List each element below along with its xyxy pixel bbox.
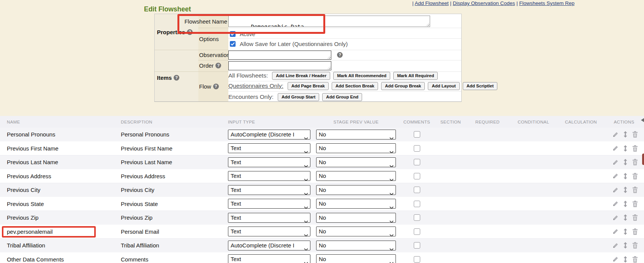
- move-updown-icon[interactable]: [623, 214, 627, 221]
- flowsheet-name-input[interactable]: Demographic Data: [228, 16, 430, 27]
- allow-save-checkbox-label: Allow Save for Later (Questionnaires Onl…: [240, 41, 348, 47]
- move-updown-icon[interactable]: [623, 173, 627, 179]
- link-add-flowsheet[interactable]: Add Flowsheet: [415, 0, 449, 6]
- move-updown-icon[interactable]: [623, 187, 627, 193]
- add-layout-button[interactable]: Add Layout: [428, 82, 459, 90]
- comments-checkbox[interactable]: [414, 145, 420, 152]
- stage-prev-value-select[interactable]: No: [316, 157, 396, 167]
- add-group-break-button[interactable]: Add Group Break: [381, 82, 425, 90]
- mark-all-required-button[interactable]: Mark All Required: [393, 72, 438, 80]
- stage-prev-value-select[interactable]: No: [316, 130, 396, 139]
- help-icon[interactable]: ?: [213, 84, 219, 89]
- active-checkbox[interactable]: [230, 31, 236, 37]
- edit-pencil-icon[interactable]: [612, 145, 619, 151]
- stage-prev-value-select[interactable]: No: [316, 185, 396, 195]
- comments-checkbox[interactable]: [414, 242, 420, 249]
- input-type-select[interactable]: Text: [228, 157, 310, 167]
- cell-actions: [604, 214, 644, 221]
- comments-checkbox[interactable]: [414, 173, 420, 179]
- cell-actions: [604, 187, 644, 193]
- delete-trash-icon[interactable]: [632, 187, 638, 193]
- edit-pencil-icon[interactable]: [612, 256, 619, 262]
- edit-pencil-icon[interactable]: [612, 201, 619, 207]
- add-line-break-header-button[interactable]: Add Line Break / Header: [272, 72, 330, 80]
- input-type-select[interactable]: Text: [228, 185, 310, 195]
- input-type-select[interactable]: AutoComplete (Discrete I: [228, 130, 310, 139]
- move-updown-icon[interactable]: [623, 256, 627, 263]
- edit-pencil-icon[interactable]: [612, 215, 619, 221]
- input-type-select[interactable]: AutoComplete (Discrete I: [228, 241, 310, 250]
- comments-checkbox[interactable]: [414, 228, 420, 235]
- move-updown-icon[interactable]: [623, 228, 627, 235]
- add-group-end-button[interactable]: Add Group End: [322, 93, 362, 101]
- delete-trash-icon[interactable]: [632, 131, 638, 138]
- delete-trash-icon[interactable]: [632, 242, 638, 249]
- move-updown-icon[interactable]: [623, 159, 627, 165]
- help-icon[interactable]: ?: [174, 75, 179, 81]
- link-flowsheets-system-rep[interactable]: Flowsheets System Rep: [519, 0, 574, 6]
- chevron-down-icon: [389, 175, 394, 181]
- add-page-break-button[interactable]: Add Page Break: [288, 82, 329, 90]
- stage-prev-value-select[interactable]: No: [316, 254, 396, 263]
- delete-trash-icon[interactable]: [632, 201, 638, 207]
- delete-trash-icon[interactable]: [632, 159, 638, 165]
- stage-prev-value-select[interactable]: No: [316, 199, 396, 209]
- input-type-select[interactable]: Text: [228, 171, 310, 181]
- move-updown-icon[interactable]: [623, 242, 627, 249]
- allow-save-checkbox[interactable]: [230, 41, 236, 47]
- delete-trash-icon[interactable]: [632, 214, 638, 221]
- stage-prev-value-select[interactable]: No: [316, 213, 396, 223]
- delete-trash-icon[interactable]: [632, 228, 638, 235]
- add-section-break-button[interactable]: Add Section Break: [332, 82, 378, 90]
- clipped-edge-marker: [642, 154, 644, 165]
- order-input[interactable]: [228, 61, 331, 70]
- cell-actions: [604, 201, 644, 207]
- cell-description: Previous City: [121, 187, 226, 193]
- help-icon[interactable]: ?: [187, 29, 193, 35]
- add-group-start-button[interactable]: Add Group Start: [278, 93, 319, 101]
- cell-description: Previous Address: [121, 173, 226, 179]
- link-display-observation-codes[interactable]: Display Observation Codes: [453, 0, 515, 6]
- help-icon[interactable]: ?: [337, 52, 343, 58]
- comments-checkbox[interactable]: [414, 187, 420, 193]
- input-type-select[interactable]: Text: [228, 213, 310, 223]
- edit-pencil-icon[interactable]: [612, 242, 619, 249]
- cell-actions: [604, 242, 644, 249]
- delete-trash-icon[interactable]: [632, 256, 638, 263]
- comments-checkbox[interactable]: [414, 214, 420, 221]
- comments-checkbox[interactable]: [414, 131, 420, 138]
- chevron-down-icon: [304, 189, 308, 195]
- observation-input[interactable]: [228, 51, 331, 60]
- input-type-select[interactable]: Text: [228, 143, 310, 153]
- stage-prev-value-select[interactable]: No: [316, 143, 396, 153]
- input-type-select[interactable]: Text: [228, 254, 310, 263]
- resize-grip-icon[interactable]: [327, 55, 331, 59]
- add-scriptlet-button[interactable]: Add Scriptlet: [463, 82, 498, 90]
- header-name: NAME: [0, 120, 121, 124]
- mark-all-recommended-button[interactable]: Mark All Recommended: [333, 72, 390, 80]
- edit-pencil-icon[interactable]: [612, 132, 619, 138]
- help-icon[interactable]: ?: [215, 63, 221, 68]
- edit-pencil-icon[interactable]: [612, 228, 619, 234]
- move-updown-icon[interactable]: [623, 145, 627, 152]
- comments-checkbox[interactable]: [414, 201, 420, 207]
- stage-prev-value-select[interactable]: No: [316, 241, 396, 250]
- input-type-select[interactable]: Text: [228, 199, 310, 209]
- table-row-previous-address: Previous Address Previous Address Text N…: [0, 170, 644, 184]
- edit-pencil-icon[interactable]: [612, 173, 619, 179]
- cell-actions: [604, 131, 644, 138]
- cell-description: Comments: [121, 256, 226, 263]
- stage-prev-value-select[interactable]: No: [316, 227, 396, 236]
- input-type-select[interactable]: Text: [228, 227, 310, 236]
- move-updown-icon[interactable]: [623, 201, 627, 207]
- stage-prev-value-select[interactable]: No: [316, 171, 396, 181]
- delete-trash-icon[interactable]: [632, 173, 638, 179]
- resize-grip-icon[interactable]: [426, 23, 429, 26]
- delete-trash-icon[interactable]: [632, 145, 638, 152]
- comments-checkbox[interactable]: [414, 159, 420, 165]
- resize-grip-icon[interactable]: [327, 66, 331, 70]
- move-updown-icon[interactable]: [623, 131, 627, 138]
- edit-pencil-icon[interactable]: [612, 159, 619, 165]
- edit-pencil-icon[interactable]: [612, 187, 619, 193]
- comments-checkbox[interactable]: [414, 256, 420, 263]
